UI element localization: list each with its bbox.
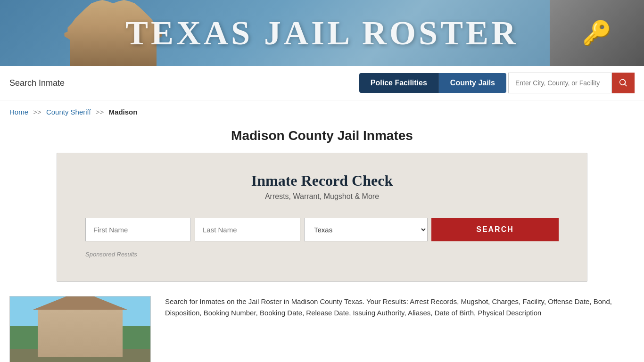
building-roof xyxy=(33,296,127,310)
page-title: Madison County Jail Inmates xyxy=(9,128,635,143)
police-facilities-button[interactable]: Police Facilities xyxy=(359,73,438,93)
nav-buttons: Police Facilities County Jails xyxy=(359,73,506,93)
record-check-form: AlabamaAlaskaArizonaArkansasCaliforniaCo… xyxy=(85,218,559,241)
header-banner: Texas Jail Roster 🔑 xyxy=(0,0,644,66)
record-check-subtitle: Arrests, Warrant, Mugshot & More xyxy=(85,192,559,201)
breadcrumb-county-sheriff[interactable]: County Sheriff xyxy=(46,108,91,116)
record-check-title: Inmate Record Check xyxy=(85,172,559,189)
facility-search-button[interactable] xyxy=(612,73,635,93)
site-title: Texas Jail Roster xyxy=(125,14,519,53)
breadcrumb-separator-2: >> xyxy=(96,108,104,116)
description-text: Search for Inmates on the Jail Roster in… xyxy=(165,296,635,362)
state-select[interactable]: AlabamaAlaskaArizonaArkansasCaliforniaCo… xyxy=(304,218,428,241)
county-jails-button[interactable]: County Jails xyxy=(438,73,506,93)
search-icon xyxy=(619,78,628,88)
jail-keys-image: 🔑 xyxy=(550,0,644,66)
breadcrumb-home[interactable]: Home xyxy=(9,108,28,116)
page-title-wrap: Madison County Jail Inmates xyxy=(0,123,644,153)
bottom-section: Search for Inmates on the Jail Roster in… xyxy=(0,282,644,362)
sponsored-results-label: Sponsored Results xyxy=(85,251,559,258)
first-name-input[interactable] xyxy=(85,218,191,241)
facility-search-wrap xyxy=(508,73,635,93)
record-search-button[interactable]: SEARCH xyxy=(431,218,559,241)
keys-icon: 🔑 xyxy=(582,19,611,47)
nav-bar: Search Inmate Police Facilities County J… xyxy=(0,66,644,100)
search-inmate-label: Search Inmate xyxy=(9,78,65,88)
building-image xyxy=(9,296,151,362)
last-name-input[interactable] xyxy=(195,218,300,241)
record-check-section: Inmate Record Check Arrests, Warrant, Mu… xyxy=(57,153,587,282)
facility-search-input[interactable] xyxy=(508,73,612,93)
building-body xyxy=(38,310,123,357)
breadcrumb: Home >> County Sheriff >> Madison xyxy=(0,100,644,123)
breadcrumb-separator-1: >> xyxy=(33,108,41,116)
breadcrumb-current: Madison xyxy=(109,108,138,116)
